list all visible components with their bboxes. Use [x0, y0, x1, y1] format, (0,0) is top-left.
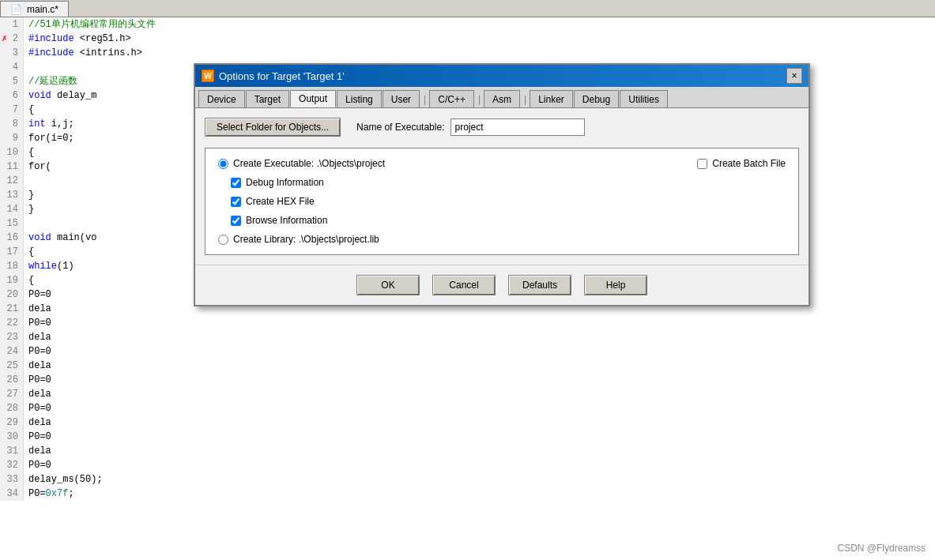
name-executable-row: Name of Executable: — [356, 118, 585, 136]
watermark: CSDN @Flydreamss — [837, 543, 926, 554]
code-line: 27 dela — [0, 387, 194, 401]
code-line: 11 for( — [0, 160, 194, 174]
browse-info-label: Browse Information — [246, 215, 327, 226]
code-line: 16 void main(vo — [0, 231, 194, 245]
tab-debug[interactable]: Debug — [574, 90, 619, 107]
dialog-title: Options for Target 'Target 1' — [219, 70, 345, 82]
code-line: 32 P0=0 — [0, 458, 194, 472]
code-line: 21 dela — [0, 302, 194, 316]
code-line: 24 P0=0 — [0, 344, 194, 359]
code-line: 6 void delay_m — [0, 88, 194, 103]
create-hex-label: Create HEX File — [246, 196, 315, 207]
debug-info-row: Debug Information — [218, 177, 697, 188]
tab-cpp[interactable]: C/C++ — [429, 90, 474, 107]
tab-bar: 📄 main.c* — [0, 0, 935, 17]
code-line: 22 P0=0 — [0, 316, 194, 330]
code-line: 9 for(i=0; — [0, 131, 194, 145]
code-line: 18 while(1) — [0, 259, 194, 273]
dialog-body: Select Folder for Objects... Name of Exe… — [195, 108, 809, 265]
tab-target[interactable]: Target — [246, 90, 289, 107]
folder-executable-row: Select Folder for Objects... Name of Exe… — [205, 118, 799, 137]
create-hex-option[interactable]: Create HEX File — [231, 196, 315, 207]
tab-icon: 📄 — [10, 4, 22, 15]
browse-info-row: Browse Information — [218, 215, 697, 226]
create-executable-label: Create Executable: .\Objects\project — [233, 158, 385, 169]
help-button[interactable]: Help — [584, 275, 647, 295]
create-executable-option[interactable]: Create Executable: .\Objects\project — [218, 158, 385, 169]
tab-separator2: | — [475, 92, 484, 107]
code-line: ✗ 2 #include <reg51.h> — [0, 32, 194, 46]
create-batch-checkbox[interactable] — [697, 159, 707, 169]
tab-separator: | — [420, 92, 429, 107]
code-line: 5 //延迟函数 — [0, 74, 194, 88]
code-line: 12 — [0, 174, 194, 188]
create-library-radio[interactable] — [218, 235, 228, 245]
code-line: 28 P0=0 — [0, 401, 194, 415]
debug-info-label: Debug Information — [246, 177, 324, 188]
tab-asm[interactable]: Asm — [484, 90, 520, 107]
tabs-bar: Device Target Output Listing User | C/C+… — [195, 87, 809, 108]
create-hex-row: Create HEX File — [218, 196, 697, 207]
create-library-row: Create Library: .\Objects\project.lib — [218, 234, 697, 245]
dialog-title-left: W Options for Target 'Target 1' — [202, 70, 345, 82]
tab-linker[interactable]: Linker — [530, 90, 573, 107]
create-library-option[interactable]: Create Library: .\Objects\project.lib — [218, 234, 379, 245]
code-line: 25 dela — [0, 359, 194, 373]
code-line: 26 P0=0 — [0, 373, 194, 387]
browse-info-checkbox[interactable] — [231, 216, 241, 226]
code-line: 23 dela — [0, 330, 194, 344]
options-inner: Create Executable: .\Objects\project Deb… — [218, 158, 786, 245]
ok-button[interactable]: OK — [356, 275, 420, 295]
tab-separator3: | — [521, 92, 530, 107]
select-folder-button[interactable]: Select Folder for Objects... — [205, 118, 341, 137]
code-line: 4 — [0, 60, 194, 74]
code-line: 20 P0=0 — [0, 288, 194, 302]
options-group: Create Executable: .\Objects\project Deb… — [205, 148, 799, 255]
create-batch-option[interactable]: Create Batch File — [697, 158, 786, 169]
tab-user[interactable]: User — [383, 90, 420, 107]
code-area: 1 //51单片机编程常用的头文件 ✗ 2 #include <reg51.h>… — [0, 17, 194, 560]
code-line: 29 dela — [0, 415, 194, 430]
code-line: 7 { — [0, 103, 194, 117]
cancel-button[interactable]: Cancel — [432, 275, 496, 295]
dialog-titlebar: W Options for Target 'Target 1' × — [195, 65, 809, 87]
defaults-button[interactable]: Defaults — [508, 275, 571, 295]
browse-info-option[interactable]: Browse Information — [231, 215, 327, 226]
code-line: 8 int i,j; — [0, 117, 194, 131]
code-line: 17 { — [0, 245, 194, 259]
create-hex-checkbox[interactable] — [231, 197, 241, 207]
debug-info-checkbox[interactable] — [231, 178, 241, 188]
name-exec-label: Name of Executable: — [356, 122, 444, 133]
options-left: Create Executable: .\Objects\project Deb… — [218, 158, 697, 245]
editor-tab[interactable]: 📄 main.c* — [0, 1, 69, 17]
code-line: 19 { — [0, 273, 194, 288]
dialog-app-icon: W — [202, 70, 214, 82]
create-batch-label: Create Batch File — [712, 158, 786, 169]
code-line: 10 { — [0, 145, 194, 160]
options-right: Create Batch File — [697, 158, 786, 245]
create-library-label: Create Library: .\Objects\project.lib — [233, 234, 379, 245]
code-line: 1 //51单片机编程常用的头文件 — [0, 17, 194, 32]
tab-listing[interactable]: Listing — [337, 90, 382, 107]
tab-device[interactable]: Device — [198, 90, 245, 107]
debug-info-option[interactable]: Debug Information — [231, 177, 324, 188]
code-line: 30 P0=0 — [0, 430, 194, 444]
code-line: 14 } — [0, 202, 194, 216]
create-executable-row: Create Executable: .\Objects\project — [218, 158, 697, 169]
close-button[interactable]: × — [786, 68, 802, 84]
code-line: 33 delay_ms(50); — [0, 472, 194, 487]
dialog-footer: OK Cancel Defaults Help — [195, 265, 809, 305]
create-executable-radio[interactable] — [218, 159, 228, 169]
code-line: 31 dela — [0, 444, 194, 458]
code-line: 3 #include <intrins.h> — [0, 46, 194, 60]
code-line: 15 — [0, 216, 194, 231]
tab-output[interactable]: Output — [290, 90, 336, 107]
tab-utilities[interactable]: Utilities — [620, 90, 668, 107]
options-dialog: W Options for Target 'Target 1' × Device… — [194, 63, 810, 306]
tab-label: main.c* — [27, 4, 58, 15]
code-line: 34 P0=0x7f; — [0, 487, 194, 501]
name-exec-input[interactable] — [451, 118, 585, 136]
code-line: 13 } — [0, 188, 194, 202]
error-mark: ✗ — [2, 32, 7, 46]
